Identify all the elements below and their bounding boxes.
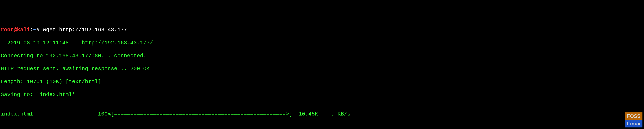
output-line-2: Connecting to 192.168.43.177:80... conne…: [1, 53, 643, 59]
watermark-linux: Linux: [625, 120, 642, 128]
prompt-host: kali: [17, 27, 30, 33]
output-line-1: --2019-08-19 12:11:48-- http://192.168.4…: [1, 40, 643, 46]
prompt-colon: :: [30, 27, 33, 33]
prompt-line[interactable]: root@kali:~# wget http://192.168.43.177: [1, 26, 643, 33]
prompt-user: root: [1, 27, 14, 33]
watermark-foss: FOSS: [625, 112, 642, 120]
prompt-path: ~: [33, 27, 36, 33]
output-line-3: HTTP request sent, awaiting response... …: [1, 66, 643, 72]
output-line-4: Length: 10701 (10K) [text/html]: [1, 78, 643, 85]
prompt-hash: #: [36, 27, 43, 33]
output-line-7-progress: index.html 100%[========================…: [1, 111, 643, 118]
output-line-5: Saving to: 'index.html': [1, 92, 643, 98]
command-text: wget http://192.168.43.177: [43, 27, 127, 33]
prompt-at: @: [14, 27, 17, 33]
watermark-logo: FOSS Linux: [625, 112, 642, 128]
